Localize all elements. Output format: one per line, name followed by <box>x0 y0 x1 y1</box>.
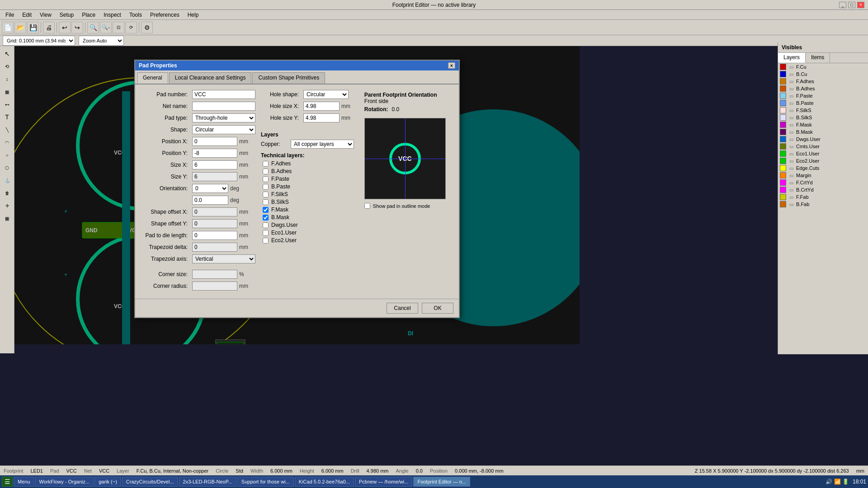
menu-preferences[interactable]: Preferences <box>146 11 183 19</box>
menu-setup[interactable]: Setup <box>56 11 77 19</box>
layer-row-f-paste[interactable]: ▭F.Paste <box>778 92 868 99</box>
tab-local-clearance[interactable]: Local Clearance and Settings <box>169 72 252 84</box>
dialog-title-bar[interactable]: Pad Properties × <box>135 61 459 70</box>
layer-row-f-adhes[interactable]: ▭F.Adhes <box>778 78 868 85</box>
layer-row-b-adhes[interactable]: ▭B.Adhes <box>778 85 868 92</box>
menu-file[interactable]: File <box>2 11 18 19</box>
flip-tool[interactable]: ↕ <box>1 73 13 85</box>
undo-button[interactable]: ↩ <box>59 22 71 33</box>
b-mask-checkbox[interactable] <box>263 215 269 221</box>
save-button[interactable]: 💾 <box>27 22 39 33</box>
b-adhes-checkbox[interactable] <box>263 169 269 174</box>
measure-tool[interactable]: ⊷ <box>1 99 13 110</box>
hole-shape-select[interactable]: Circular <box>303 90 349 99</box>
f-mask-checkbox[interactable] <box>263 207 269 213</box>
cancel-button[interactable]: Cancel <box>387 303 418 314</box>
orientation-value-input[interactable] <box>192 196 228 205</box>
shape-select[interactable]: Circular <box>192 125 255 134</box>
arc-tool[interactable]: ◠ <box>1 136 13 148</box>
anchor-tool[interactable]: ⚓ <box>1 174 13 186</box>
cursor-tool[interactable]: ↖ <box>1 48 13 60</box>
taskbar-item-2x3-led-rg[interactable]: 2x3-LED-RGB-NeoP... <box>179 477 236 487</box>
copper-select[interactable]: All copper layers <box>291 140 354 149</box>
size-x-input[interactable] <box>192 160 237 169</box>
redo-button[interactable]: ↪ <box>71 22 83 33</box>
corner-radius-input[interactable] <box>192 282 237 291</box>
layer-row-dwgs-user[interactable]: ▭Dwgs.User <box>778 136 868 143</box>
text-tool[interactable]: T <box>1 111 13 123</box>
minimize-button[interactable]: _ <box>839 2 846 8</box>
line-tool[interactable]: ╲ <box>1 124 13 136</box>
hole-size-x-input[interactable] <box>303 102 340 111</box>
tab-layers[interactable]: Layers <box>778 53 806 63</box>
zoom-selector[interactable]: Zoom Auto <box>79 36 124 46</box>
taskbar-item-crazycircu[interactable]: CrazyCircuits/Devel... <box>122 477 178 487</box>
pad-type-select[interactable]: Through-hole <box>192 113 255 122</box>
position-x-input[interactable] <box>192 137 237 146</box>
layer-row-b-fab[interactable]: ▭B.Fab <box>778 201 868 208</box>
taskbar-item-workflowy-[interactable]: WorkFlowy - Organiz... <box>35 477 94 487</box>
taskbar-item-pcbnew----[interactable]: Pcbnew — /home/wi... <box>355 477 412 487</box>
layer-row-f-crtyd[interactable]: ▭F.CrtYd <box>778 179 868 186</box>
f-adhes-checkbox[interactable] <box>263 161 269 167</box>
shape-offset-y-input[interactable] <box>192 219 237 228</box>
menu-tools[interactable]: Tools <box>126 11 146 19</box>
circle-tool[interactable]: ○ <box>1 149 13 161</box>
layer-row-b-paste[interactable]: ▭B.Paste <box>778 99 868 107</box>
start-button[interactable]: ☰ <box>2 477 13 487</box>
taskbar-item-garik----[interactable]: garik (~) <box>94 477 121 487</box>
eco1-user-checkbox[interactable] <box>263 230 269 236</box>
taskbar-item-support-fo[interactable]: Support for those wi... <box>237 477 294 487</box>
layer-row-b-mask[interactable]: ▭B.Mask <box>778 128 868 136</box>
trapezoid-axis-select[interactable]: Vertical <box>192 254 255 263</box>
layer-row-edge-cuts[interactable]: ▭Edge.Cuts <box>778 164 868 172</box>
delete-tool[interactable]: 🗑 <box>1 187 13 199</box>
window-controls[interactable]: _ □ × <box>839 2 864 8</box>
menu-view[interactable]: View <box>36 11 55 19</box>
f-paste-checkbox[interactable] <box>263 176 269 182</box>
layer-row-eco2-user[interactable]: ▭Eco2.User <box>778 157 868 164</box>
size-y-input[interactable] <box>192 172 237 181</box>
layer-row-cmts-user[interactable]: ▭Cmts.User <box>778 143 868 150</box>
grid-selector[interactable]: Grid: 0.1000 mm (3.94 mils) <box>3 36 75 46</box>
grid-origin-tool[interactable]: ✛ <box>1 200 13 211</box>
layer-row-f-fab[interactable]: ▭F.Fab <box>778 193 868 201</box>
layer-row-f-mask[interactable]: ▭F.Mask <box>778 121 868 128</box>
layer-row-f-silks[interactable]: ▭F.SilkS <box>778 107 868 114</box>
menu-help[interactable]: Help <box>184 11 203 19</box>
layer-row-b-cu[interactable]: ▭B.Cu <box>778 70 868 78</box>
dwgs-user-checkbox[interactable] <box>263 222 269 228</box>
pad-number-input[interactable] <box>192 90 255 99</box>
position-y-input[interactable] <box>192 149 237 158</box>
print-button[interactable]: 🖨 <box>43 22 55 33</box>
taskbar-item-kicad-5-0-[interactable]: KiCad 5.0.2-bee76a0... <box>295 477 354 487</box>
eco2-user-checkbox[interactable] <box>263 238 269 244</box>
ok-button[interactable]: OK <box>422 303 453 314</box>
orientation-select[interactable]: 0 <box>192 184 228 193</box>
tab-custom-shape[interactable]: Custom Shape Primitives <box>252 72 325 84</box>
taskbar-item-footprint-[interactable]: Footprint Editor — n... <box>413 477 470 487</box>
dialog-close-button[interactable]: × <box>448 62 455 69</box>
settings-button[interactable]: ⚙ <box>141 22 153 33</box>
new-button[interactable]: 📄 <box>2 22 14 33</box>
menu-edit[interactable]: Edit <box>19 11 35 19</box>
b-silks-checkbox[interactable] <box>263 199 269 205</box>
open-button[interactable]: 📂 <box>14 22 26 33</box>
layer-row-b-silks[interactable]: ▭B.SilkS <box>778 114 868 121</box>
menu-place[interactable]: Place <box>78 11 99 19</box>
layer-row-b-crtyd[interactable]: ▭B.CrtYd <box>778 186 868 193</box>
taskbar-item-menu[interactable]: Menu <box>14 477 34 487</box>
maximize-button[interactable]: □ <box>848 2 855 8</box>
layer-row-f-cu[interactable]: ▭F.Cu <box>778 63 868 70</box>
zoom-fit-button[interactable]: ⊡ <box>113 22 124 33</box>
zoom-in-button[interactable]: 🔍 <box>87 22 99 33</box>
layer-row-eco1-user[interactable]: ▭Eco1.User <box>778 150 868 157</box>
trapezoid-delta-input[interactable] <box>192 243 237 252</box>
tab-items[interactable]: Items <box>806 53 830 63</box>
polygon-tool[interactable]: ⬡ <box>1 162 13 174</box>
tab-general[interactable]: General <box>137 72 168 84</box>
rotate-tool[interactable]: ⟲ <box>1 61 13 72</box>
b-paste-checkbox[interactable] <box>263 184 269 190</box>
layer-row-margin[interactable]: ▭Margin <box>778 172 868 179</box>
menu-inspect[interactable]: Inspect <box>100 11 125 19</box>
